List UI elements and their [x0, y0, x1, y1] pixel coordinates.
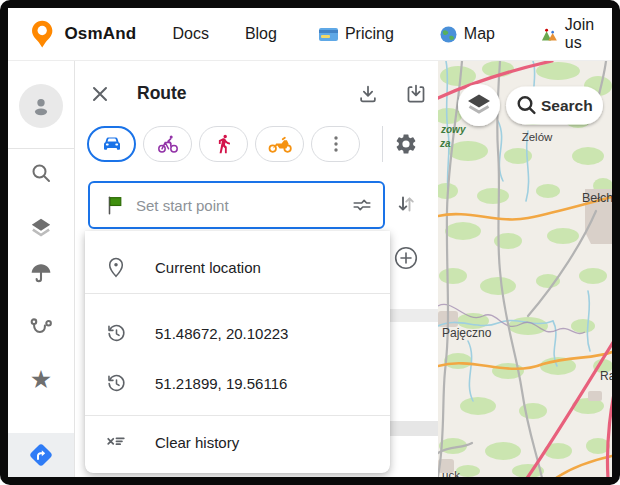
pedestrian-icon: [213, 133, 235, 155]
location-pin-icon: [103, 256, 129, 278]
brand-name[interactable]: OsmAnd: [64, 24, 136, 44]
route-options-tune-icon[interactable]: [351, 194, 373, 216]
nav-item-docs[interactable]: Docs: [172, 25, 208, 43]
more-dots-icon: [326, 134, 346, 154]
mode-motorcycle-button[interactable]: [255, 126, 304, 162]
svg-text:Search: Search: [541, 97, 593, 114]
current-location-item[interactable]: Current location: [85, 241, 390, 293]
label-zelow: Zelów: [522, 131, 553, 143]
history-item[interactable]: 51.48672, 20.10223: [85, 308, 390, 358]
background-row-strip: [390, 309, 438, 322]
content-area: ★ Route: [8, 60, 612, 477]
background-row-strip: [390, 421, 438, 436]
left-sidebar: ★: [8, 61, 75, 477]
panel-title: Route: [137, 83, 187, 104]
history-item[interactable]: 51.21899, 19.56116: [85, 358, 390, 408]
map-search-button[interactable]: Search: [506, 87, 603, 125]
navigation-icon: [27, 441, 55, 469]
svg-text:zowy: zowy: [440, 124, 466, 135]
start-point-dropdown: Current location 51.48672, 20.10223 51.2…: [85, 231, 390, 473]
add-point-icon[interactable]: [390, 242, 422, 274]
mode-car-button[interactable]: [87, 126, 136, 162]
label-pajeczno: Pajęczno: [442, 326, 492, 340]
clear-history-item[interactable]: Clear history: [85, 416, 390, 468]
label-rad: Rad: [600, 369, 612, 383]
history-icon: [103, 323, 129, 344]
nav-item-blog[interactable]: Blog: [245, 25, 277, 43]
map-layers-button[interactable]: [458, 84, 500, 126]
route-panel: Route: [75, 61, 438, 477]
mode-bicycle-button[interactable]: [143, 126, 192, 162]
motorcycle-icon: [267, 131, 293, 157]
mode-pedestrian-button[interactable]: [199, 126, 248, 162]
bicycle-icon: [156, 132, 180, 156]
screenshot-frame: OsmAnd Docs Blog Pricing Map Join us: [0, 0, 620, 485]
map-layers-icon[interactable]: [28, 215, 54, 241]
mode-more-button[interactable]: [311, 126, 360, 162]
nav-item-map[interactable]: Map: [440, 25, 495, 43]
start-point-field[interactable]: [88, 181, 385, 229]
divider: [382, 126, 383, 162]
account-icon[interactable]: [19, 84, 63, 128]
favorites-star-icon[interactable]: ★: [30, 367, 52, 392]
transport-mode-row: [87, 126, 360, 162]
osmand-web-app: OsmAnd Docs Blog Pricing Map Join us: [8, 8, 612, 477]
download-icon[interactable]: [352, 78, 384, 110]
route-settings-gear-icon[interactable]: [390, 128, 422, 160]
search-icon[interactable]: [29, 161, 53, 185]
map-canvas[interactable]: zowy za Zelów Bełchatów Pajęczno Rad uck: [438, 61, 612, 477]
clear-history-icon: [103, 431, 129, 453]
svg-text:za: za: [439, 138, 451, 149]
close-icon[interactable]: [84, 78, 116, 110]
label-uck: uck: [442, 469, 460, 477]
car-icon: [100, 132, 124, 156]
credit-card-icon: [319, 28, 338, 41]
start-flag-icon: [104, 194, 126, 216]
start-point-input[interactable]: [136, 197, 351, 214]
sidebar-divider: [8, 148, 74, 149]
tracks-route-icon[interactable]: [28, 313, 54, 339]
top-navbar: OsmAnd Docs Blog Pricing Map Join us: [8, 8, 612, 60]
osmand-logo-icon[interactable]: [30, 19, 54, 49]
weather-umbrella-icon[interactable]: [29, 261, 54, 286]
nav-item-join-us[interactable]: Join us: [541, 16, 612, 52]
globe-icon: [440, 26, 457, 43]
swap-points-icon[interactable]: [390, 188, 422, 220]
nav-item-pricing[interactable]: Pricing: [319, 25, 394, 43]
label-belchatow: Bełchatów: [582, 191, 612, 205]
cyclists-icon: [541, 27, 558, 42]
history-icon: [103, 373, 129, 394]
sidebar-item-navigation-active[interactable]: [8, 433, 74, 477]
save-to-file-icon[interactable]: [400, 78, 432, 110]
